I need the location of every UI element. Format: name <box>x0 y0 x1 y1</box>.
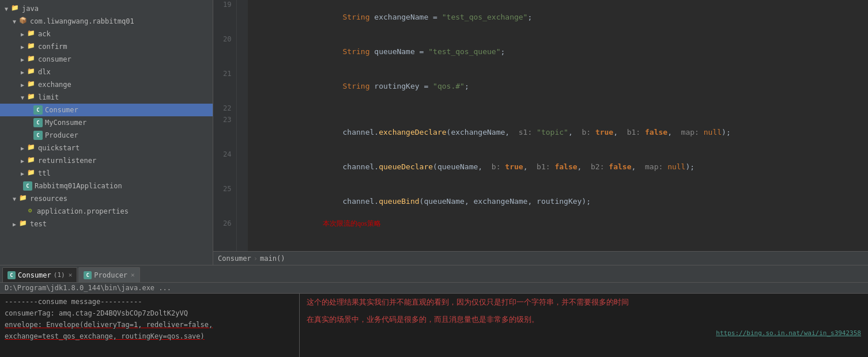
sidebar-item-MyConsumer[interactable]: C MyConsumer <box>0 116 213 129</box>
param-name: b1: <box>627 128 645 136</box>
sidebar-item-test[interactable]: ▶ 📁 test <box>0 218 213 230</box>
expand-arrow: ▶ <box>18 69 27 75</box>
line-number: 25 <box>213 184 236 219</box>
code-text <box>324 231 329 240</box>
editor-area: 19 String exchangeName = "test_qos_excha… <box>213 0 868 265</box>
expand-arrow: ▶ <box>18 158 27 164</box>
sidebar-item-label: application.properties <box>37 207 129 215</box>
sidebar-item-ack[interactable]: ▶ 📁 ack <box>0 28 213 40</box>
package-icon: 📁 <box>27 169 36 178</box>
code-text: , <box>568 128 582 136</box>
expand-arrow: ▶ <box>18 82 27 88</box>
tabs-bar: C Consumer (1) ✕ C Producer ✕ <box>0 265 868 282</box>
code-text: exchangeName = <box>374 13 441 21</box>
run-command: D:\Program\jdk1.8.0_144\bin\java.exe ... <box>5 284 171 292</box>
param-name: b2: <box>591 162 609 171</box>
line-number: 20 <box>213 35 236 69</box>
sidebar-item-appprops[interactable]: ⚙ application.properties <box>0 205 213 218</box>
sidebar-item-label: test <box>30 220 47 228</box>
line-number: 19 <box>213 0 236 35</box>
breadcrumb-consumer: Consumer <box>218 255 251 263</box>
code-line-20: 20 String queueName = "test_qos_queue"; <box>213 35 868 69</box>
sidebar-item-returnlistener[interactable]: ▶ 📁 returnlistener <box>0 154 213 167</box>
run-toolbar: D:\Program\jdk1.8.0_144\bin\java.exe ... <box>0 283 868 294</box>
sidebar-item-rabbitmqapp[interactable]: C Rabbitmq01Application <box>0 180 213 192</box>
line-gutter <box>236 219 248 251</box>
run-link[interactable]: https://bing.so.in.nat/wai/in_s3942358 <box>716 329 861 337</box>
sidebar-item-Consumer[interactable]: C Consumer <box>0 104 213 116</box>
expand-arrow: ▶ <box>18 170 27 177</box>
test-folder-icon: 📁 <box>18 219 28 229</box>
code-scroll[interactable]: 19 String exchangeName = "test_qos_excha… <box>213 0 868 251</box>
tab-label: Consumer <box>18 271 51 279</box>
sidebar-item-confirm[interactable]: ▶ 📁 confirm <box>0 40 213 53</box>
code-text: , <box>667 128 681 136</box>
code-line-23: 23 channel.exchangeDeclare(exchangeName,… <box>213 115 868 150</box>
bool-false: false <box>554 162 577 171</box>
code-text: queueName = <box>374 47 428 56</box>
code-text: channel. <box>324 197 379 206</box>
code-text: channel. <box>324 128 379 136</box>
run-panel: D:\Program\jdk1.8.0_144\bin\java.exe ...… <box>0 282 868 357</box>
line-content <box>248 104 868 115</box>
annotation-qos: 本次限流的qos策略 <box>323 218 381 229</box>
resource-folder-icon: 📁 <box>18 194 28 203</box>
code-text: , <box>523 162 537 171</box>
package-icon: 📦 <box>18 17 28 26</box>
sidebar-item-quickstart[interactable]: ▶ 📁 quickstart <box>0 142 213 154</box>
sidebar-item-label: ttl <box>38 169 51 177</box>
sidebar-item-label: dlx <box>38 68 51 76</box>
main-area: ▼ 📁 java ▼ 📦 com.liwangwang.rabbitmq01 ▶… <box>0 0 868 265</box>
java-class-icon: C <box>33 118 43 127</box>
line-gutter <box>236 115 248 150</box>
tab-consumer[interactable]: C Consumer (1) ✕ <box>2 267 77 282</box>
sidebar-item-resources[interactable]: ▼ 📁 resources <box>0 192 213 205</box>
sidebar-item-consumer[interactable]: ▶ 📁 consumer <box>0 53 213 66</box>
line-gutter <box>236 150 248 184</box>
run-output-line1: --------consume message---------- <box>5 296 295 307</box>
code-text: ; <box>527 13 532 21</box>
sidebar-item-dlx[interactable]: ▶ 📁 dlx <box>0 66 213 78</box>
package-icon: 📁 <box>27 55 36 64</box>
sidebar-item-Producer[interactable]: C Producer <box>0 129 213 142</box>
package-icon: 📁 <box>27 156 36 165</box>
code-text: (queueName, <box>433 162 492 171</box>
method-name: exchangeDeclare <box>379 128 446 136</box>
breadcrumb-bar: Consumer › main() <box>213 251 868 265</box>
code-annotation-container: 19 String exchangeName = "test_qos_excha… <box>213 0 868 251</box>
tab-close-button[interactable]: ✕ <box>69 271 73 279</box>
package-icon: 📁 <box>27 93 36 102</box>
sidebar-item-java[interactable]: ▼ 📁 java <box>0 2 213 15</box>
code-text: (queueName, exchangeName, routingKey); <box>420 197 591 206</box>
sidebar-item-exchange[interactable]: ▶ 📁 exchange <box>0 78 213 91</box>
sidebar-item-ttl[interactable]: ▶ 📁 ttl <box>0 167 213 180</box>
breadcrumb-separator: › <box>254 255 258 263</box>
line-gutter <box>236 104 248 115</box>
code-text: , <box>613 128 627 136</box>
param-name: b1: <box>537 162 554 171</box>
code-text: channel. <box>324 162 379 171</box>
sidebar-item-limit[interactable]: ▼ 📁 limit <box>0 91 213 104</box>
expand-arrow: ▶ <box>18 31 27 37</box>
param-name: map: <box>681 128 704 136</box>
string-literal: "qos.#" <box>433 82 465 90</box>
line-content: String queueName = "test_qos_queue"; <box>248 35 868 69</box>
code-text: routingKey = <box>374 82 433 90</box>
sidebar-item-label: resources <box>30 195 67 203</box>
tab-close-button[interactable]: ✕ <box>131 271 135 279</box>
sidebar-item-com[interactable]: ▼ 📦 com.liwangwang.rabbitmq01 <box>0 15 213 28</box>
line-content: String routingKey = "qos.#"; <box>248 69 868 104</box>
line-number: 26 <box>213 219 236 251</box>
sidebar-item-label: consumer <box>38 55 71 63</box>
expand-arrow: ▼ <box>10 18 18 25</box>
tab-producer[interactable]: C Producer ✕ <box>78 267 139 282</box>
sidebar-item-label: java <box>22 5 39 13</box>
line-gutter <box>236 0 248 35</box>
line-gutter <box>236 35 248 69</box>
code-line-25: 25 channel.queueBind(queueName, exchange… <box>213 184 868 219</box>
keyword: String <box>324 47 374 56</box>
bool-false: false <box>609 162 631 171</box>
sidebar-item-label: returnlistener <box>38 157 96 165</box>
null-keyword: null <box>704 128 722 136</box>
line-content: 本次限流的qos策略 <box>248 219 868 251</box>
